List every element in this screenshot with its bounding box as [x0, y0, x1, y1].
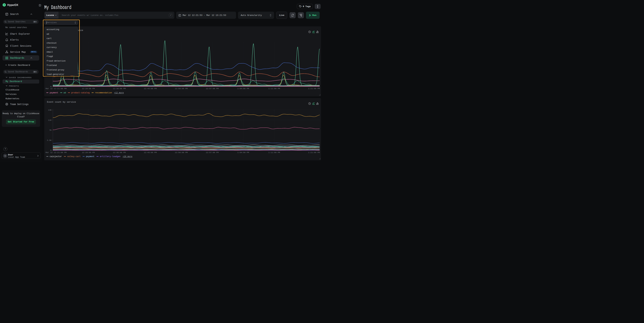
svg-text:recommendation: recommendation: [95, 92, 112, 94]
svg-text:Mar 12 12:21:00 PM: Mar 12 12:21:00 PM: [46, 87, 66, 90]
svg-text:1:21:00 PM: 1:21:00 PM: [308, 151, 320, 154]
svg-text:1:04:00 PM: 1:04:00 PM: [237, 87, 249, 90]
svg-text:0: 0: [50, 85, 52, 87]
svg-text:valkey-cart: valkey-cart: [67, 155, 80, 158]
svg-text:12:43:00 PM: 12:43:00 PM: [144, 87, 156, 90]
svg-text:11K: 11K: [48, 119, 52, 121]
svg-text:1:11:00 PM: 1:11:00 PM: [268, 87, 280, 90]
svg-text:12:36:00 PM: 12:36:00 PM: [113, 151, 126, 154]
svg-text:+16 more: +16 more: [123, 155, 132, 158]
svg-text:cainjector: cainjector: [50, 155, 62, 158]
svg-text:0: 0: [50, 149, 52, 151]
svg-text:12:43:00 PM: 12:43:00 PM: [144, 151, 156, 154]
svg-text:12:50:00 PM: 12:50:00 PM: [175, 87, 188, 90]
svg-text:14K: 14K: [48, 109, 52, 111]
svg-text:payment: payment: [50, 92, 58, 94]
svg-text:12:29:00 PM: 12:29:00 PM: [82, 87, 95, 90]
svg-text:ad: ad: [64, 92, 66, 94]
svg-text:7K: 7K: [49, 129, 52, 131]
svg-text:12:36:00 PM: 12:36:00 PM: [113, 87, 126, 90]
svg-text:product-catalog: product-catalog: [71, 92, 90, 94]
svg-text:+12 more: +12 more: [114, 92, 124, 94]
svg-text:1:04:00 PM: 1:04:00 PM: [237, 151, 249, 154]
svg-text:12:29:00 PM: 12:29:00 PM: [82, 151, 95, 154]
svg-text:3.5K: 3.5K: [47, 139, 52, 141]
svg-text:1:21:00 PM: 1:21:00 PM: [308, 87, 320, 90]
svg-text:1:11:00 PM: 1:11:00 PM: [268, 151, 280, 154]
svg-text:Mar 12 12:21:00 PM: Mar 12 12:21:00 PM: [46, 151, 66, 154]
svg-text:12:57:00 PM: 12:57:00 PM: [206, 87, 218, 90]
svg-text:12:57:00 PM: 12:57:00 PM: [206, 151, 218, 154]
svg-text:12:50:00 PM: 12:50:00 PM: [175, 151, 188, 154]
svg-text:payment: payment: [86, 155, 94, 158]
svg-text:artillery-loadgen: artillery-loadgen: [100, 155, 120, 158]
